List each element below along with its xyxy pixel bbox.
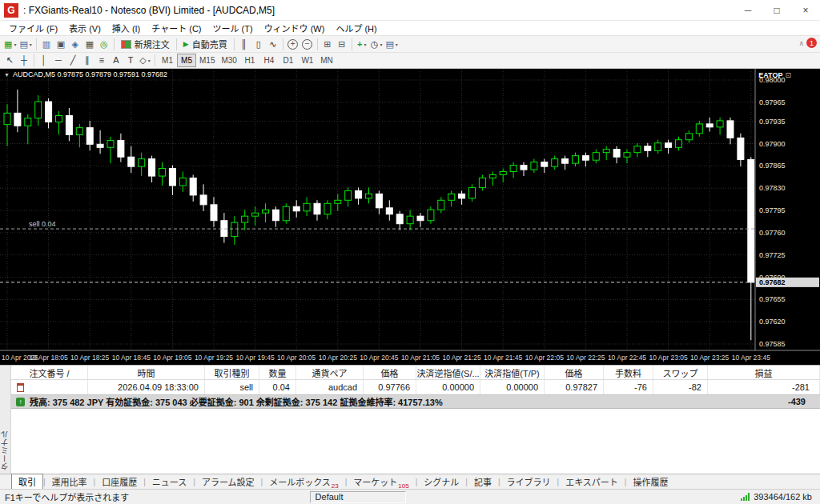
strategy-tester-button[interactable]: ◎ <box>97 37 111 51</box>
timeframe-button-mn[interactable]: MN <box>317 54 336 67</box>
ea-smiley-icon[interactable]: ⊡ <box>785 71 791 79</box>
order-cell: 0.97766 <box>364 380 416 394</box>
tab-運用比率[interactable]: 運用比率 <box>46 474 94 489</box>
text-tool-button[interactable]: A <box>109 54 123 68</box>
timeframe-button-m15[interactable]: M15 <box>196 54 218 67</box>
timeframe-button-h1[interactable]: H1 <box>240 54 259 67</box>
candle-body <box>283 206 289 220</box>
crosshair-button[interactable]: ┼ <box>17 54 31 68</box>
timeframe-button-w1[interactable]: W1 <box>298 54 317 67</box>
column-header[interactable]: 決済逆指値(S/... <box>416 366 480 379</box>
cascade-windows-button[interactable]: ⊟ <box>335 37 349 51</box>
time-axis-label: 10 Apr 19:05 <box>153 354 191 362</box>
tab-メールボックス[interactable]: メールボックス23 <box>263 474 345 489</box>
navigator-button[interactable]: ◈ <box>68 37 82 51</box>
toolbar-standard: ▦ ▾ ▤ ▾ ▥ ▣ ◈ ▦ ◎ 新規注文 ▶ 自動売買 ║ ▯ ∿ + − … <box>0 35 820 53</box>
menu-item[interactable]: チャート (C) <box>146 22 207 34</box>
chart-window[interactable]: 0.980000.979650.979350.979000.978650.978… <box>0 69 820 365</box>
time-axis-label: 10 Apr 22:25 <box>566 354 605 362</box>
column-header[interactable]: 決済指値(T/P) <box>480 366 545 379</box>
price-axis-label: 0.97795 <box>759 206 786 214</box>
column-header[interactable]: 損益 <box>708 366 820 379</box>
new-chart-button[interactable]: ▦ ▾ <box>2 37 18 51</box>
market-watch-icon: ▥ <box>42 40 50 49</box>
line-chart-button[interactable]: ∿ <box>266 37 280 51</box>
trendline-button[interactable]: ╱ <box>66 54 80 68</box>
tab-操作履歴[interactable]: 操作履歴 <box>626 474 674 489</box>
column-header[interactable]: 価格 <box>364 366 416 379</box>
profiles-button[interactable]: ▤ ▾ <box>18 37 33 51</box>
toolbar-overflow-icon[interactable]: ∧ <box>798 39 804 47</box>
candle-body <box>469 187 476 198</box>
label-tool-button[interactable]: T <box>123 54 138 68</box>
zoom-in-icon: + <box>287 39 298 50</box>
timeframe-button-m5[interactable]: M5 <box>177 54 196 67</box>
column-header[interactable]: 価格 <box>545 366 604 379</box>
column-header[interactable]: スワップ <box>653 366 708 379</box>
price-axis-label: 0.97585 <box>759 340 786 348</box>
auto-trading-play-icon: ▶ <box>183 40 189 48</box>
candle-body <box>314 203 320 214</box>
tab-シグナル[interactable]: シグナル <box>417 474 465 489</box>
terminal-button[interactable]: ▦ <box>82 37 97 51</box>
trade-table-row[interactable]: 2026.04.09 18:33:00sell0.04audcad0.97766… <box>11 380 820 394</box>
profile-selector[interactable]: Default <box>310 491 406 503</box>
templates-icon: ▤ <box>385 40 393 49</box>
candle-body <box>521 166 527 170</box>
minimize-button[interactable]: ─ <box>734 0 762 20</box>
market-watch-button[interactable]: ▥ <box>39 37 54 51</box>
toolbar-separator <box>234 38 235 50</box>
candle-body <box>593 153 599 161</box>
connection-status: 393464/162 kb <box>741 492 820 502</box>
tab-記事[interactable]: 記事 <box>468 474 498 489</box>
tile-windows-button[interactable]: ⊞ <box>320 37 335 51</box>
column-header[interactable]: 通貨ペア <box>296 366 364 379</box>
data-window-button[interactable]: ▣ <box>54 37 68 51</box>
channel-button[interactable]: ∥ <box>80 54 94 68</box>
shapes-button[interactable]: ◇ ▾ <box>138 54 152 68</box>
indicators-button[interactable]: + ▾ <box>355 37 369 51</box>
column-header[interactable]: 手数料 <box>604 366 653 379</box>
bar-chart-button[interactable]: ║ <box>237 37 251 51</box>
menu-item[interactable]: ウィンドウ (W) <box>259 22 331 34</box>
candlestick-chart-button[interactable]: ▯ <box>251 37 266 51</box>
vertical-line-button[interactable]: │ <box>37 54 51 68</box>
tab-エキスパート[interactable]: エキスパート <box>559 474 625 489</box>
tab-取引[interactable]: 取引 <box>11 474 43 490</box>
chart-collapse-icon[interactable]: ▼ <box>4 72 10 78</box>
new-order-button[interactable]: 新規注文 <box>117 37 174 51</box>
tab-ニュース[interactable]: ニュース <box>146 474 193 489</box>
timeframe-button-h4[interactable]: H4 <box>259 54 279 67</box>
cursor-button[interactable]: ↖ <box>2 54 17 68</box>
auto-trading-button[interactable]: ▶ 自動売買 <box>179 37 231 51</box>
column-header[interactable]: 取引種別 <box>205 366 259 379</box>
menu-item[interactable]: ヘルプ (H) <box>330 22 382 34</box>
horizontal-line-button[interactable]: ─ <box>51 54 66 68</box>
candlestick-chart[interactable]: 0.980000.979650.979350.979000.978650.978… <box>0 69 820 365</box>
column-header[interactable]: 注文番号 / <box>11 366 88 379</box>
tab-label: エキスパート <box>565 475 618 488</box>
fibonacci-button[interactable]: ≡ <box>94 54 109 68</box>
tab-アラーム設定[interactable]: アラーム設定 <box>195 474 261 489</box>
notification-badge[interactable]: 1 <box>806 38 817 48</box>
timeframe-button-d1[interactable]: D1 <box>279 54 298 67</box>
order-type-cell <box>11 380 88 394</box>
label-tool-icon: T <box>128 56 134 65</box>
maximize-button[interactable]: □ <box>762 0 791 20</box>
column-header[interactable]: 数量 <box>259 366 296 379</box>
column-header[interactable]: 時間 <box>88 366 205 379</box>
tab-口座履歴[interactable]: 口座履歴 <box>95 474 143 489</box>
menu-item[interactable]: 挿入 (I) <box>107 22 146 34</box>
zoom-out-button[interactable]: − <box>300 37 315 51</box>
menu-item[interactable]: ツール (T) <box>207 22 259 34</box>
tab-マーケット[interactable]: マーケット105 <box>347 474 415 489</box>
periods-button[interactable]: ◷ ▾ <box>369 37 384 51</box>
tab-ライブラリ[interactable]: ライブラリ <box>500 474 557 489</box>
zoom-in-button[interactable]: + <box>286 37 300 51</box>
menu-item[interactable]: ファイル (F) <box>3 22 63 34</box>
timeframe-button-m1[interactable]: M1 <box>158 54 177 67</box>
templates-button[interactable]: ▤ ▾ <box>384 37 399 51</box>
close-button[interactable]: × <box>791 0 820 20</box>
timeframe-button-m30[interactable]: M30 <box>218 54 239 67</box>
menu-item[interactable]: 表示 (V) <box>63 22 107 34</box>
